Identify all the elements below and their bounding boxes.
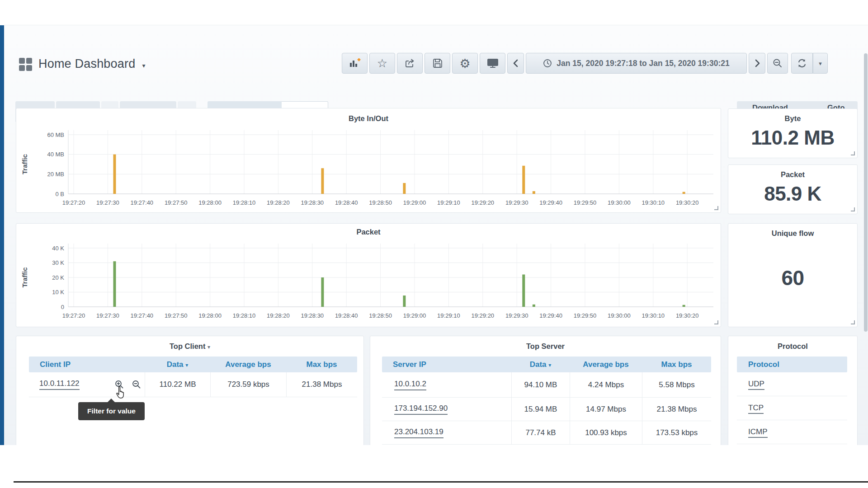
protocol-link[interactable]: TCP [748, 404, 764, 414]
time-next-button[interactable] [749, 53, 765, 74]
time-range-picker[interactable]: Jan 15, 2020 19:27:18 to Jan 15, 2020 19… [526, 53, 747, 74]
title-dropdown-caret-icon[interactable] [142, 62, 145, 69]
table-header-row: Protocol [737, 357, 847, 372]
add-chart-button[interactable] [342, 53, 368, 74]
resize-handle[interactable] [851, 207, 855, 211]
top-server-table: Server IP Data Average bps Max bps 10.0.… [382, 357, 711, 445]
caret-down-icon[interactable] [208, 344, 210, 350]
svg-text:19:28:50: 19:28:50 [369, 199, 392, 206]
resize-handle[interactable] [714, 206, 718, 210]
svg-text:19:29:10: 19:29:10 [437, 199, 460, 206]
svg-text:20 K: 20 K [52, 274, 64, 281]
save-icon [433, 58, 443, 68]
col-client-ip[interactable]: Client IP [29, 360, 145, 369]
svg-text:10 K: 10 K [52, 289, 64, 296]
chart-title: Byte In/Out [16, 114, 721, 123]
protocol-link[interactable]: ICMP [748, 427, 768, 438]
time-previous-button[interactable] [507, 53, 524, 74]
top-client-title[interactable]: Top Client [170, 342, 205, 350]
refresh-options-button[interactable] [813, 53, 828, 74]
server-ip-link[interactable]: 23.204.103.19 [394, 427, 443, 438]
table-row: 10.0.10.2 94.10 MB 4.24 Mbps 5.58 Mbps [382, 372, 711, 398]
vertical-scrollbar[interactable] [864, 53, 868, 332]
zoom-out-icon [773, 58, 783, 68]
protocol-link[interactable]: UDP [748, 380, 764, 390]
col-average-bps[interactable]: Average bps [210, 360, 286, 369]
resize-handle[interactable] [851, 320, 855, 324]
svg-text:19:29:30: 19:29:30 [505, 199, 528, 206]
svg-text:40 MB: 40 MB [47, 151, 64, 158]
svg-text:19:29:20: 19:29:20 [471, 312, 494, 319]
svg-text:19:29:00: 19:29:00 [403, 199, 426, 206]
star-icon: ☆ [377, 57, 387, 69]
average-bps-cell: 14.97 Mbps [570, 398, 642, 421]
bottom-frame-line [14, 481, 868, 483]
zoom-out-time-button[interactable] [767, 53, 788, 74]
svg-text:19:29:30: 19:29:30 [505, 312, 528, 319]
col-data[interactable]: Data [511, 360, 570, 369]
max-bps-cell: 173.53 kbps [642, 421, 711, 444]
svg-text:20 MB: 20 MB [47, 171, 64, 178]
client-ip-cell: 10.0.11.122 [29, 372, 145, 397]
svg-text:19:29:00: 19:29:00 [403, 312, 426, 319]
svg-text:30 K: 30 K [52, 259, 64, 266]
caret-down-icon [819, 60, 822, 67]
stat-value: 60 [781, 266, 804, 290]
svg-text:19:30:20: 19:30:20 [676, 199, 699, 206]
chevron-left-icon [513, 59, 519, 67]
data-cell: 77.74 kB [511, 421, 570, 444]
sort-caret-icon [185, 362, 188, 368]
gear-icon: ⚙ [459, 57, 470, 70]
server-ip-link[interactable]: 10.0.10.2 [394, 380, 426, 390]
accent-stripe [0, 25, 4, 445]
table-row: TCP [737, 396, 847, 420]
zoom-out-filter-icon[interactable] [132, 380, 141, 391]
table-row: 173.194.152.90 15.94 MB 14.97 Mbps 21.38… [382, 398, 711, 421]
refresh-icon [797, 59, 807, 68]
col-protocol[interactable]: Protocol [737, 360, 847, 369]
svg-text:19:27:30: 19:27:30 [96, 199, 119, 206]
col-server-ip[interactable]: Server IP [382, 360, 511, 369]
byte-stat-card: Byte 110.2 MB [728, 108, 858, 158]
refresh-button[interactable] [791, 53, 813, 74]
svg-text:40 K: 40 K [52, 245, 64, 252]
stat-title: Unique flow [772, 229, 814, 238]
data-cell: 94.10 MB [511, 372, 570, 397]
save-button[interactable] [425, 53, 450, 74]
display-button[interactable] [480, 53, 505, 74]
max-bps-cell: 21.38 Mbps [286, 372, 357, 397]
svg-text:19:27:20: 19:27:20 [62, 312, 85, 319]
svg-text:19:27:40: 19:27:40 [130, 312, 153, 319]
svg-text:0 B: 0 B [55, 191, 64, 197]
col-average-bps[interactable]: Average bps [570, 360, 642, 369]
packet-stat-card: Packet 85.9 K [728, 164, 858, 214]
filter-tooltip: Filter for value [78, 402, 145, 420]
resize-handle[interactable] [714, 320, 718, 324]
average-bps-cell: 723.59 kbps [210, 372, 286, 397]
packet-chart: 40 K30 K20 K10 K019:27:2019:27:3019:27:4… [16, 224, 721, 327]
svg-text:19:28:40: 19:28:40 [335, 199, 358, 206]
page-title: Home Dashboard [38, 57, 135, 71]
resize-handle[interactable] [851, 151, 855, 155]
table-header-row: Server IP Data Average bps Max bps [382, 357, 711, 372]
col-max-bps[interactable]: Max bps [286, 360, 357, 369]
monitor-icon [487, 58, 499, 68]
table-row: 10.0.11.122 110.22 MB [29, 372, 357, 397]
protocol-title: Protocol [728, 342, 857, 351]
svg-text:19:30:20: 19:30:20 [676, 312, 699, 319]
share-button[interactable] [397, 53, 423, 74]
add-chart-icon [349, 58, 361, 68]
client-ip-link[interactable]: 10.0.11.122 [39, 379, 80, 390]
table-row: ICMP [737, 420, 847, 444]
server-ip-link[interactable]: 173.194.152.90 [394, 404, 448, 415]
sort-caret-icon [548, 362, 551, 368]
svg-text:19:28:50: 19:28:50 [369, 312, 392, 319]
svg-text:19:29:40: 19:29:40 [539, 312, 562, 319]
col-max-bps[interactable]: Max bps [642, 360, 711, 369]
svg-text:19:28:00: 19:28:00 [198, 199, 222, 206]
average-bps-cell: 4.24 Mbps [570, 372, 642, 397]
favorite-button[interactable]: ☆ [369, 53, 395, 74]
settings-button[interactable]: ⚙ [452, 53, 478, 74]
col-data[interactable]: Data [145, 360, 210, 369]
svg-text:19:28:00: 19:28:00 [198, 312, 222, 319]
